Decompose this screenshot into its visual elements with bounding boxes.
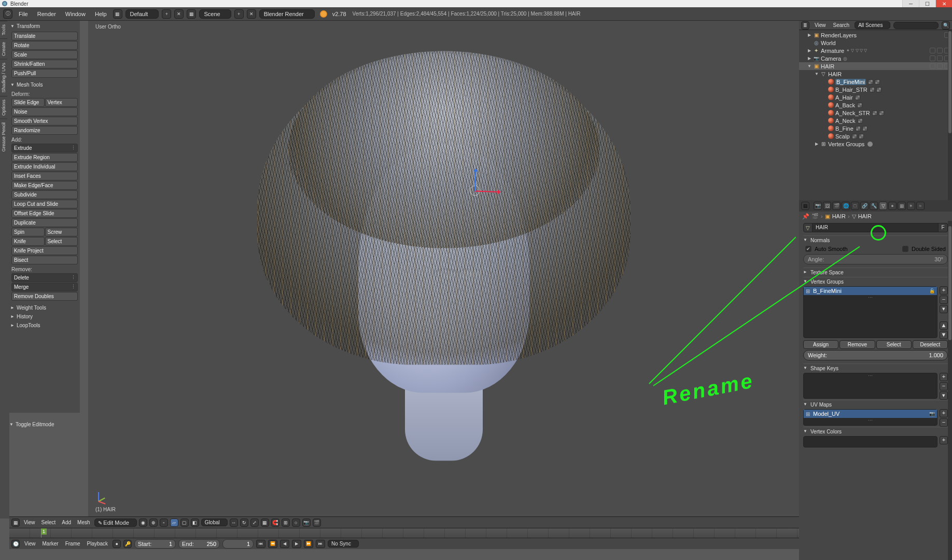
breadcrumb-data[interactable]: HAIR	[858, 213, 872, 219]
tab-particles-icon[interactable]: ✶	[907, 202, 915, 210]
sk-specials-button[interactable]: ▾	[940, 391, 948, 400]
outliner-row[interactable]: B_Hair_STR	[799, 86, 952, 93]
outliner-row[interactable]: Scalp	[799, 132, 952, 140]
outliner-row[interactable]: ▶⊞Vertex Groups	[799, 140, 952, 148]
start-frame-field[interactable]: Start:1	[134, 539, 176, 549]
end-frame-field[interactable]: End:250	[178, 539, 220, 549]
assign-button[interactable]: Assign	[803, 340, 838, 349]
sk-add-button[interactable]: +	[940, 373, 948, 381]
outliner-row[interactable]: ◎World	[799, 39, 952, 47]
tl-menu-marker[interactable]: Marker	[40, 540, 61, 547]
manipulator-translate-icon[interactable]: ↔	[230, 519, 238, 527]
scene-add[interactable]: +	[234, 9, 244, 19]
outliner-label[interactable]: RenderLayers	[821, 32, 857, 38]
face-select-icon[interactable]: ▢	[180, 519, 189, 527]
tab-material-icon[interactable]: ●	[888, 202, 897, 210]
panel-uv-maps[interactable]: UV Maps	[803, 400, 948, 409]
maximize-button[interactable]	[919, 0, 935, 7]
tab-create[interactable]: Create	[0, 38, 7, 59]
lock-icon[interactable]: 🔓	[929, 288, 935, 293]
outliner-row[interactable]: B_FineMini	[799, 78, 952, 86]
tab-shading-uvs[interactable]: Shading / UVs	[0, 59, 7, 96]
outliner-label[interactable]: Camera	[821, 55, 841, 62]
jump-end-icon[interactable]: ⏭	[316, 540, 325, 548]
make-edge-face-button[interactable]: Make Edge/Face	[11, 181, 78, 190]
weight-field[interactable]: Weight:1.000	[803, 350, 948, 360]
outliner-label[interactable]: A_Back	[835, 102, 855, 108]
uv-add-button[interactable]: +	[940, 409, 948, 417]
properties-scrollbar[interactable]	[948, 221, 952, 560]
outliner-filter-dropdown[interactable]: All Scenes	[855, 21, 890, 29]
editor-type-icon[interactable]: ⓘ	[3, 9, 12, 19]
v3d-menu-mesh[interactable]: Mesh	[75, 519, 92, 526]
angle-field[interactable]: Angle:30°	[803, 254, 948, 264]
offset-edge-slide-button[interactable]: Offset Edge Slide	[11, 209, 78, 218]
menu-window[interactable]: Window	[62, 10, 89, 18]
outliner-label[interactable]: A_Hair	[835, 94, 853, 101]
mode-dropdown[interactable]: ✎ Edit Mode	[94, 519, 137, 527]
outliner-label[interactable]: B_Fine	[835, 125, 853, 132]
remove-doubles-button[interactable]: Remove Doubles	[11, 292, 78, 301]
panel-normals[interactable]: Normals	[803, 235, 948, 245]
tab-world-icon[interactable]: 🌐	[842, 202, 850, 210]
layout-dropdown[interactable]: Default	[125, 9, 159, 19]
engine-dropdown[interactable]: Blender Render	[259, 9, 315, 19]
play-reverse-icon[interactable]: ◀	[280, 540, 289, 548]
outliner-row[interactable]: ▶✦Armature✦ ▽ ▽ ▽ ▽	[799, 47, 952, 54]
extrude-individual-button[interactable]: Extrude Individual	[11, 162, 78, 171]
keyset-icon[interactable]: 🔑	[123, 540, 132, 548]
auto-smooth-checkbox[interactable]	[805, 246, 811, 252]
editor-type-timeline-icon[interactable]: 🕒	[11, 540, 20, 548]
translate-button[interactable]: Translate	[11, 32, 78, 40]
editor-type-outliner-icon[interactable]: ≣	[801, 21, 809, 30]
tl-menu-playback[interactable]: Playback	[85, 540, 110, 547]
vertex-colors-listbox[interactable]	[803, 436, 937, 447]
v3d-menu-view[interactable]: View	[22, 519, 37, 526]
slide-edge-button[interactable]: Slide Edge	[11, 98, 45, 107]
bisect-button[interactable]: Bisect	[11, 256, 78, 264]
v3d-menu-add[interactable]: Add	[60, 519, 73, 526]
extrude-dropdown[interactable]: Extrude	[11, 144, 78, 152]
outliner-label[interactable]: Armature	[821, 48, 844, 54]
tab-object-icon[interactable]: □	[851, 202, 859, 210]
jump-start-icon[interactable]: ⏮	[256, 540, 265, 548]
vg-remove-button[interactable]: −	[940, 296, 948, 304]
outliner-label[interactable]: HAIR	[828, 71, 842, 77]
panel-meshtools[interactable]: Mesh Tools	[10, 80, 79, 89]
noise-button[interactable]: Noise	[11, 107, 78, 116]
timeline-track[interactable]	[9, 528, 799, 538]
manipulator-rotate-icon[interactable]: ↻	[240, 519, 248, 527]
rotate-button[interactable]: Rotate	[11, 41, 78, 50]
outliner-row[interactable]: ▼▣HAIR	[799, 62, 952, 70]
shape-keys-listbox[interactable]	[803, 373, 937, 399]
jump-prev-key-icon[interactable]: ⏪	[268, 540, 277, 548]
tab-options[interactable]: Options	[0, 96, 7, 119]
delete-dropdown[interactable]: Delete	[11, 273, 78, 282]
sk-remove-button[interactable]: −	[940, 382, 948, 390]
menu-help[interactable]: Help	[92, 10, 110, 18]
expand-toggle[interactable]: ▼	[806, 64, 813, 68]
vg-moveup-button[interactable]: ▲	[940, 321, 948, 330]
knife-button[interactable]: Knife	[11, 237, 45, 246]
mesh-data-icon[interactable]: ▽	[803, 223, 813, 232]
merge-dropdown[interactable]: Merge	[11, 283, 78, 291]
menu-render[interactable]: Render	[34, 10, 59, 18]
sync-dropdown[interactable]: No Sync	[328, 540, 359, 548]
layout-remove[interactable]: ✕	[174, 9, 184, 19]
outliner-label[interactable]: Scalp	[835, 133, 850, 139]
outliner-label[interactable]: Vertex Groups	[828, 141, 864, 147]
outliner-row[interactable]: A_Neck_STR	[799, 109, 952, 117]
opengl-anim-icon[interactable]: 🎬	[313, 519, 321, 527]
3d-viewport[interactable]: User Ortho (1) HAIR	[88, 21, 799, 516]
scene-browse-icon[interactable]: ▦	[187, 9, 196, 19]
outliner-row[interactable]: A_Neck	[799, 117, 952, 124]
outliner-menu-search[interactable]: Search	[831, 22, 852, 29]
outliner-label[interactable]: World	[821, 40, 836, 46]
panel-vertex-groups[interactable]: Vertex Groups	[803, 277, 948, 286]
scene-remove[interactable]: ✕	[247, 9, 256, 19]
subdivide-button[interactable]: Subdivide	[11, 190, 78, 199]
outliner-tree[interactable]: ▶▣RenderLayers◎World▶✦Armature✦ ▽ ▽ ▽ ▽▶…	[799, 30, 952, 200]
expand-toggle[interactable]: ▶	[806, 33, 813, 37]
panel-texture-space[interactable]: Texture Space	[803, 268, 948, 277]
duplicate-button[interactable]: Duplicate	[11, 218, 78, 227]
